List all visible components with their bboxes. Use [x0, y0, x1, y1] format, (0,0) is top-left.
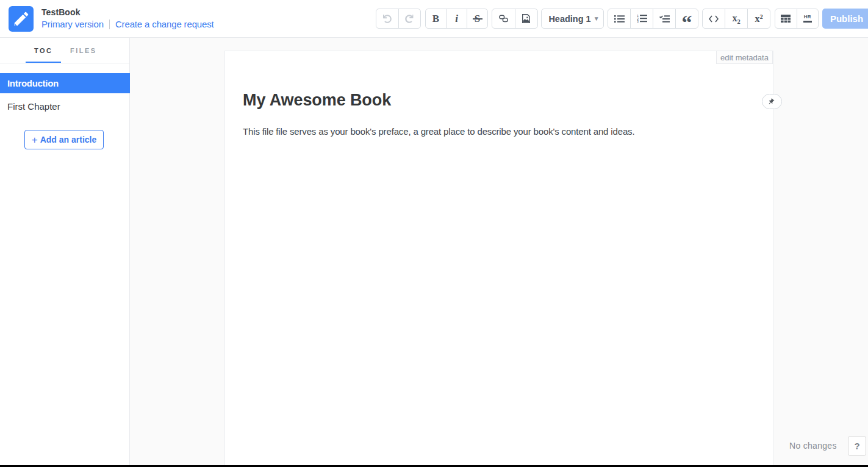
svg-text:3: 3: [637, 20, 639, 23]
